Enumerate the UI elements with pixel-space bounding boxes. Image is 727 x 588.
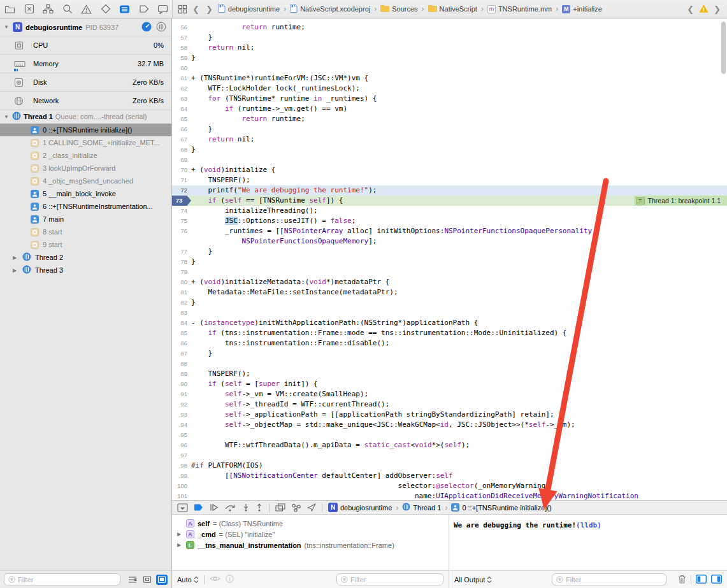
code-line[interactable]: 84- (instancetype)initWithApplicationPat… [172, 318, 727, 328]
line-number[interactable]: 79 [172, 267, 191, 277]
code-line[interactable]: 73 if (self == [TNSRuntime self]) {=Thre… [172, 196, 727, 206]
stack-frame-row[interactable]: 4 _objc_msgSend_uncached [0, 175, 171, 187]
info-icon[interactable]: i [226, 575, 234, 584]
line-number[interactable]: 58 [172, 43, 191, 53]
code-line[interactable]: 87 } [172, 348, 727, 359]
code-line[interactable]: 57 } [172, 32, 727, 43]
code-line[interactable]: 76 _runtimes = [[NSPointerArray alloc] i… [172, 226, 727, 236]
code-line[interactable]: 88 [172, 359, 727, 369]
view-hierarchy-button[interactable] [275, 503, 285, 512]
line-number[interactable]: 61 [172, 73, 191, 83]
line-number[interactable]: 89 [172, 369, 191, 379]
variables-filter-input[interactable]: Filter [336, 573, 443, 585]
line-number[interactable]: 96 [172, 440, 191, 450]
simulate-location-button[interactable] [307, 503, 316, 512]
source-editor[interactable]: 56 return runtime;57 }58 return nil;59}6… [172, 18, 727, 500]
quicklook-eye-icon[interactable] [210, 575, 220, 584]
line-number[interactable]: 65 [172, 114, 191, 124]
line-number[interactable]: 91 [172, 389, 191, 399]
line-number[interactable]: 76 [172, 226, 191, 236]
code-line[interactable]: 90 if (self = [super init]) { [172, 379, 727, 389]
line-number[interactable]: 95 [172, 430, 191, 440]
gauge-row-memory[interactable]: Memory32.7 MB [0, 55, 171, 73]
thread-2-row[interactable]: ▶ Thread 2 [0, 251, 171, 264]
line-number[interactable]: 57 [172, 32, 191, 43]
code-line[interactable]: 66 } [172, 124, 727, 134]
search-navigator-icon[interactable] [62, 4, 73, 15]
stack-frame-row[interactable]: 1 CALLING_SOME_+initialize_MET... [0, 136, 171, 149]
breadcrumb-item[interactable]: Sources [380, 4, 417, 13]
breadcrumb-item[interactable]: M+initialize [562, 5, 602, 13]
code-line[interactable]: 101 name:UIApplicationDidReceiveMemoryWa… [172, 491, 727, 500]
code-line[interactable]: 79 [172, 267, 727, 277]
view-mode-ui-icon[interactable] [156, 575, 168, 585]
line-number[interactable]: 101 [172, 491, 191, 500]
view-mode-box-icon[interactable] [141, 575, 153, 585]
code-line[interactable]: 82} [172, 298, 727, 308]
debug-navigator-icon[interactable] [119, 4, 130, 15]
line-number[interactable]: 92 [172, 399, 191, 410]
code-line[interactable]: 97 [172, 450, 727, 461]
code-line[interactable]: 99 [[NSNotificationCenter defaultCenter]… [172, 471, 727, 481]
line-number[interactable]: 98 [172, 461, 191, 471]
variable-row[interactable]: ▶A_cmd = (SEL) "initialize" [172, 529, 449, 540]
stack-frame-row[interactable]: 2 _class_initialize [0, 149, 171, 162]
line-number[interactable]: 70 [172, 165, 191, 175]
stack-frame-row[interactable]: 5 __main_block_invoke [0, 187, 171, 200]
code-line[interactable]: 61+ (TNSRuntime*)runtimeForVM:(JSC::VM*)… [172, 73, 727, 83]
code-line[interactable]: 83 [172, 308, 727, 318]
console-scope-popup[interactable]: All Output [454, 576, 492, 584]
code-line[interactable]: 92 self->_threadId = WTF::currentThread(… [172, 399, 727, 410]
line-number[interactable]: 67 [172, 134, 191, 145]
navigator-filter-input[interactable]: Filter [4, 573, 120, 585]
back-button[interactable]: ❮ [191, 4, 201, 14]
code-line[interactable]: 59} [172, 53, 727, 63]
variables-scope-popup[interactable]: Auto [177, 576, 199, 584]
issues-navigator-icon[interactable] [81, 4, 92, 15]
line-number[interactable]: 78 [172, 257, 191, 267]
code-line[interactable]: 72 printf("We are debugging the runtime!… [172, 185, 727, 196]
show-console-toggle-icon[interactable] [711, 575, 722, 585]
line-number[interactable]: 64 [172, 104, 191, 114]
step-over-button[interactable] [224, 503, 236, 512]
breadcrumb-item[interactable]: mTNSRuntime.mm [487, 5, 552, 13]
line-number[interactable]: 90 [172, 379, 191, 389]
code-line[interactable]: 93 self->_applicationPath = [[applicatio… [172, 410, 727, 420]
code-line[interactable]: 64 if (runtime->_vm.get() == vm) [172, 104, 727, 114]
code-line[interactable]: 96 WTF::wtfThreadData().m_apiData = stat… [172, 440, 727, 450]
gauge-row-disk[interactable]: DiskZero KB/s [0, 73, 171, 92]
next-issue-button[interactable]: ❯ [712, 4, 722, 14]
code-line[interactable]: 98#if PLATFORM(IOS) [172, 461, 727, 471]
project-navigator-icon[interactable] [4, 4, 15, 15]
line-number[interactable]: 59 [172, 53, 191, 63]
line-number[interactable]: 69 [172, 155, 191, 165]
thread-1-row[interactable]: ▼ Thread 1 Queue: com....-thread (serial… [0, 110, 171, 124]
step-out-button[interactable] [256, 503, 263, 512]
code-line[interactable]: 74 initializeThreading(); [172, 206, 727, 216]
line-number[interactable]: 77 [172, 247, 191, 257]
breakpoints-navigator-icon[interactable] [138, 4, 149, 15]
stack-frame-row[interactable]: 6 ::+[TNSRuntimeInstrumentation... [0, 200, 171, 213]
breakpoint-marker[interactable]: 73 [172, 196, 191, 206]
thread-3-row[interactable]: ▶ Thread 3 [0, 264, 171, 276]
gauge-row-cpu[interactable]: CPU0% [0, 36, 171, 55]
debug-breadcrumb-item[interactable]: Thread 1 [402, 503, 441, 512]
code-line[interactable]: 100 selector:@selector(_onMemoryWarning) [172, 481, 727, 491]
continue-button[interactable] [210, 503, 219, 512]
line-number[interactable]: 84 [172, 318, 191, 328]
variable-row[interactable]: ▶L__tns_manual_instrumentation (tns::ins… [172, 540, 449, 550]
line-number[interactable]: 100 [172, 481, 191, 491]
line-number[interactable]: 71 [172, 175, 191, 185]
line-number[interactable]: 82 [172, 298, 191, 308]
console-view[interactable]: We are debugging the runtime!(lldb) [449, 515, 727, 570]
code-line[interactable]: 71 TNSPERF(); [172, 175, 727, 185]
line-number[interactable]: 80 [172, 277, 191, 287]
debug-breadcrumb-item[interactable]: Ndebugiosruntime [328, 503, 392, 512]
stack-frame-row[interactable]: 0 ::+[TNSRuntime initialize]() [0, 124, 171, 136]
code-line[interactable]: 63 for (TNSRuntime* runtime in _runtimes… [172, 94, 727, 104]
stack-frame-row[interactable]: 9 start [0, 238, 171, 251]
breadcrumb-item[interactable]: NativeScript [428, 4, 477, 13]
process-row[interactable]: ▼ N debugiosruntime PID 63937 [0, 18, 171, 36]
gauge-row-network[interactable]: NetworkZero KB/s [0, 92, 171, 110]
code-line[interactable]: 78} [172, 257, 727, 267]
